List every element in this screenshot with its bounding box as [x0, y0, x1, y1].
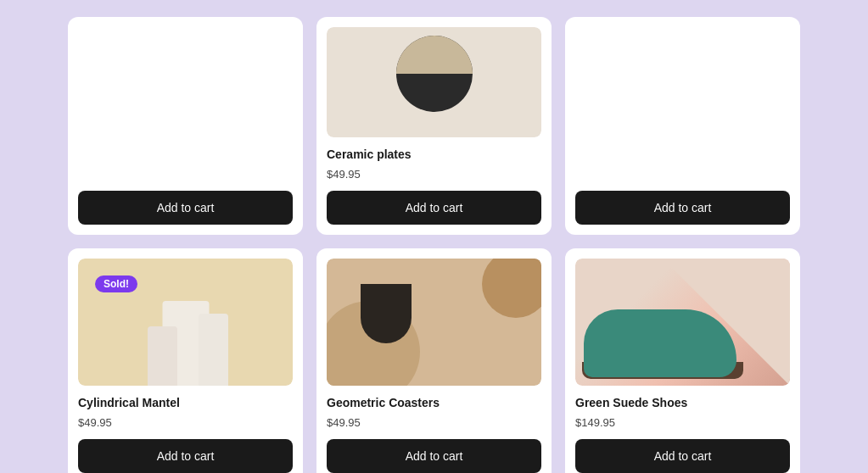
sold-badge-cylindrical: Sold!: [95, 275, 137, 292]
product-name-shoes: Green Suede Shoes: [575, 396, 790, 409]
geo-dark-shape: [361, 284, 412, 343]
product-card-cylindrical-mantel: Sold! Cylindrical Mantel $49.95 Add to c…: [68, 248, 303, 473]
product-name-geometric: Geometric Coasters: [327, 396, 541, 409]
add-to-cart-button-cylindrical[interactable]: Add to cart: [78, 439, 293, 473]
product-image-container-cylindrical: Sold!: [78, 259, 293, 386]
product-card-geometric-coasters: Geometric Coasters $49.95 Add to cart: [316, 248, 552, 473]
cyl-right-shape: [199, 314, 228, 386]
product-image-container-geometric: [327, 259, 541, 386]
product-grid: Add to cart Ceramic plates $49.95 Add to…: [0, 0, 868, 473]
add-to-cart-button-shoes[interactable]: Add to cart: [575, 439, 790, 473]
product-price-ceramic-plates: $49.95: [327, 168, 541, 181]
geometric-coasters-image: [327, 259, 541, 386]
product-image-container: [327, 27, 541, 137]
product-name-ceramic-plates: Ceramic plates: [327, 147, 541, 161]
green-suede-shoes-image: [575, 259, 790, 386]
product-name-cylindrical: Cylindrical Mantel: [78, 396, 293, 409]
add-to-cart-button-ceramic-plates[interactable]: Add to cart: [327, 191, 541, 225]
product-price-geometric: $49.95: [327, 416, 541, 429]
add-to-cart-button-geometric[interactable]: Add to cart: [327, 439, 541, 473]
product-card-green-suede-shoes: Green Suede Shoes $149.95 Add to cart: [565, 248, 800, 473]
shoe-upper-shape: [584, 309, 736, 377]
add-to-cart-button-col3-top[interactable]: Add to cart: [575, 191, 790, 225]
ceramic-plates-image: [327, 27, 541, 137]
product-card-col3-top: Add to cart: [565, 17, 800, 235]
product-price-shoes: $149.95: [575, 416, 790, 429]
product-image-container-shoes: [575, 259, 790, 386]
product-card-ceramic-plates: Ceramic plates $49.95 Add to cart: [316, 17, 552, 235]
product-price-cylindrical: $49.95: [78, 416, 293, 429]
product-card-col1-top: Add to cart: [68, 17, 303, 235]
add-to-cart-button-col1-top[interactable]: Add to cart: [78, 191, 293, 225]
